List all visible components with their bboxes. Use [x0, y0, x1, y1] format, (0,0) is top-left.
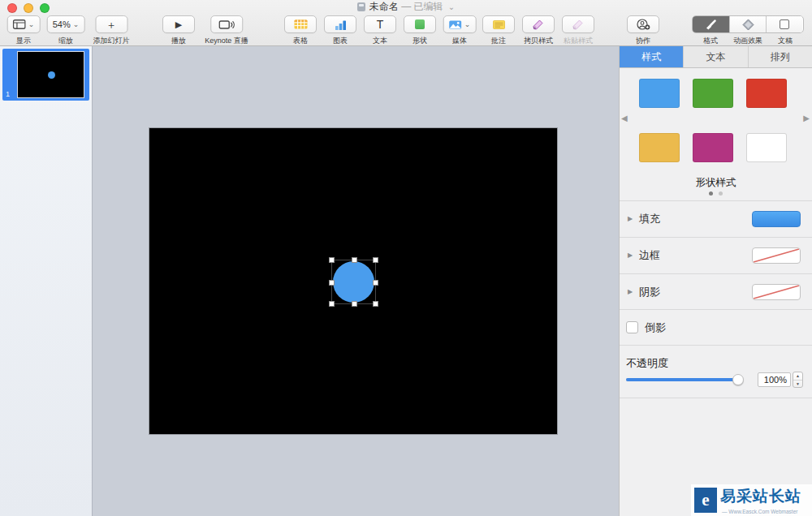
chevron-down-icon: ⌄: [464, 21, 471, 28]
document-title: 未命名: [369, 1, 399, 12]
shadow-style-well[interactable]: [752, 284, 801, 300]
resize-handle-n[interactable]: [352, 257, 357, 263]
view-button[interactable]: ⌄: [7, 15, 41, 33]
swatch-blue[interactable]: [639, 79, 680, 108]
site-watermark: e 易采站长站 — Www.Easck.Com Webmaster: [691, 484, 812, 516]
toolbar-item-keynote-live: Keynote 直播: [205, 15, 248, 46]
chevron-down-icon: ⌄: [28, 21, 35, 28]
toolbar-item-view: ⌄ 显示: [7, 15, 41, 46]
toolbar-item-zoom: 54% ⌄ 缩放: [47, 15, 85, 46]
stepper-down-icon[interactable]: ▼: [793, 381, 802, 388]
opacity-slider-thumb[interactable]: [732, 374, 744, 385]
plus-icon: ＋: [106, 19, 117, 30]
add-slide-button[interactable]: ＋: [95, 15, 127, 33]
fill-disclosure-icon[interactable]: ▶: [628, 215, 633, 222]
shape-style-gallery-label: 形状样式: [620, 176, 812, 190]
page-dot[interactable]: [719, 191, 723, 196]
toolbar-item-text: T 文本: [364, 15, 396, 46]
slide-thumbnail-preview: [17, 51, 84, 98]
resize-handle-nw[interactable]: [329, 257, 335, 263]
swatch-white[interactable]: [746, 133, 787, 162]
document-rect-icon: [780, 19, 789, 29]
swatch-row-1: [639, 79, 787, 108]
slide-navigator: 1: [0, 46, 93, 516]
resize-handle-e[interactable]: [373, 280, 378, 286]
tab-text[interactable]: 文本: [684, 46, 748, 67]
border-section: ▶ 边框: [620, 237, 812, 273]
comment-label: 批注: [491, 36, 506, 46]
chart-button[interactable]: [324, 15, 356, 33]
toolbar-item-paste-style: 粘贴样式: [562, 15, 594, 46]
swatch-green[interactable]: [693, 79, 733, 108]
thumbnail-circle-shape: [48, 71, 55, 79]
resize-handle-ne[interactable]: [373, 257, 378, 263]
view-label: 显示: [16, 36, 31, 46]
zoom-dropdown[interactable]: 54% ⌄: [47, 15, 85, 33]
resize-handle-sw[interactable]: [329, 301, 335, 307]
shape-button[interactable]: [404, 15, 436, 33]
slide-thumbnail-selected[interactable]: 1: [2, 49, 89, 101]
tab-style[interactable]: 样式: [620, 46, 684, 67]
play-button[interactable]: ▶: [162, 15, 195, 33]
format-tab-button[interactable]: [693, 16, 729, 32]
shape-square-icon: [415, 19, 425, 29]
toolbar-item-copy-style: 拷贝样式: [522, 15, 555, 46]
watermark-subtitle: — Www.Easck.Com Webmaster: [722, 509, 797, 514]
shadow-disclosure-icon[interactable]: ▶: [628, 288, 633, 295]
swatch-magenta[interactable]: [693, 133, 733, 162]
paste-style-label: 粘贴样式: [564, 36, 593, 46]
animate-diamond-icon: [742, 19, 754, 31]
paste-style-button[interactable]: [562, 15, 594, 33]
reflection-checkbox[interactable]: [626, 321, 638, 333]
animate-tab-button[interactable]: [729, 16, 766, 32]
border-disclosure-icon[interactable]: ▶: [628, 252, 633, 259]
copy-style-button[interactable]: [522, 15, 555, 33]
swatch-red[interactable]: [746, 79, 787, 108]
table-button[interactable]: [284, 15, 317, 33]
opacity-stepper: ▲ ▼: [793, 372, 803, 388]
opacity-value-field[interactable]: 100%: [758, 372, 791, 387]
document-proxy-icon: [357, 2, 365, 11]
stepper-up-icon[interactable]: ▲: [793, 372, 802, 381]
title-chevron-down-icon[interactable]: ⌄: [448, 2, 455, 11]
resize-handle-w[interactable]: [329, 280, 335, 286]
document-tab-button[interactable]: [766, 16, 802, 32]
toolbar-item-table: 表格: [284, 15, 317, 46]
media-photo-icon: [449, 20, 462, 29]
reflection-label: 倒影: [645, 320, 666, 335]
resize-handle-se[interactable]: [373, 301, 378, 307]
copy-style-label: 拷贝样式: [524, 36, 553, 46]
toolbar-item-collaborate: 协作: [627, 15, 659, 46]
reflection-section: 倒影: [620, 309, 812, 345]
chart-icon: [335, 19, 347, 30]
page-dot-active[interactable]: [709, 191, 713, 196]
text-button[interactable]: T: [364, 15, 396, 33]
fill-color-well[interactable]: [752, 211, 801, 227]
media-button[interactable]: ⌄: [443, 15, 477, 33]
collaborate-button[interactable]: [627, 15, 659, 33]
zoom-label: 缩放: [58, 36, 73, 46]
keynote-live-button[interactable]: [210, 15, 243, 33]
border-label: 边框: [639, 248, 660, 263]
swatch-prev-arrow-icon[interactable]: ◀: [621, 114, 628, 123]
swatch-yellow[interactable]: [639, 133, 680, 162]
media-label: 媒体: [452, 36, 467, 46]
border-style-well[interactable]: [752, 247, 801, 264]
format-label: 格式: [692, 36, 729, 46]
comment-button[interactable]: [482, 15, 515, 33]
fill-section: ▶ 填充: [620, 200, 812, 236]
shape-label: 形状: [412, 36, 427, 46]
swatch-next-arrow-icon[interactable]: ▶: [803, 114, 810, 123]
resize-handle-s[interactable]: [352, 301, 357, 307]
table-icon: [294, 19, 308, 29]
chart-label: 图表: [333, 36, 348, 46]
opacity-slider-fill: [626, 378, 738, 381]
tab-arrange[interactable]: 排列: [749, 46, 812, 67]
slide-editor[interactable]: [149, 128, 557, 434]
toolbar-item-play: ▶ 播放: [162, 15, 195, 46]
opacity-slider[interactable]: [626, 378, 738, 381]
play-label: 播放: [171, 36, 186, 46]
format-inspector: 样式 文本 排列 ◀ ▶ 形状样式 ▶ 填充 ▶ 边框: [619, 46, 812, 516]
section-divider: [620, 398, 812, 398]
document-status: — 已编辑: [401, 1, 443, 12]
